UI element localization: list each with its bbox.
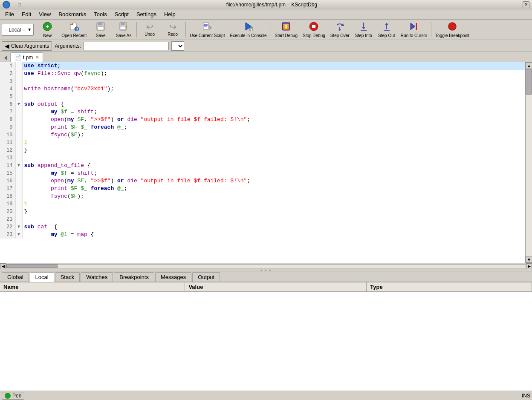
scroll-thumb[interactable] bbox=[526, 69, 532, 95]
file-tab-t-pm[interactable]: 📄 t.pm ✕ bbox=[10, 52, 43, 62]
redo-button[interactable]: ↪ Redo bbox=[162, 21, 184, 39]
title-bar: _ □ file:///home/gilles/tmp/t.pm – KScri… bbox=[0, 0, 532, 9]
line-code[interactable] bbox=[22, 154, 525, 162]
hscroll-track[interactable] bbox=[6, 264, 526, 268]
table-row: 10 fsync($F); bbox=[0, 131, 525, 139]
file-tab-close-button[interactable]: ✕ bbox=[35, 55, 39, 60]
window-minimize[interactable]: _ bbox=[13, 2, 15, 7]
menu-help[interactable]: Help bbox=[161, 10, 179, 18]
window-close-button[interactable]: ✕ bbox=[523, 1, 529, 8]
table-row: 9 print $F $_ foreach @_; bbox=[0, 124, 525, 131]
start-debug-button[interactable]: ⏬ Start Debug bbox=[273, 21, 300, 39]
tab-local[interactable]: Local bbox=[30, 272, 54, 282]
local-selector[interactable]: -- Local -- ▼ bbox=[2, 24, 34, 36]
new-button[interactable]: + New bbox=[36, 21, 58, 39]
tab-watches[interactable]: Watches bbox=[81, 272, 113, 282]
line-code[interactable]: use strict; bbox=[22, 62, 525, 70]
save-button[interactable]: Save bbox=[90, 21, 112, 39]
line-code[interactable] bbox=[22, 93, 525, 101]
scroll-right-button[interactable]: ▶ bbox=[526, 263, 532, 269]
stop-debug-button[interactable]: Stop Debug bbox=[301, 21, 327, 39]
menu-settings[interactable]: Settings bbox=[133, 10, 160, 18]
line-fold[interactable]: ▼ bbox=[15, 231, 22, 239]
line-code[interactable]: open(my $F, ">>$f") or die "output in fi… bbox=[22, 177, 525, 185]
language-label: Perl bbox=[12, 393, 21, 399]
start-debug-label: Start Debug bbox=[275, 33, 298, 38]
line-fold bbox=[15, 70, 22, 78]
line-fold[interactable]: ▼ bbox=[15, 162, 22, 170]
use-current-script-button[interactable]: Use Current Script bbox=[188, 21, 227, 39]
scroll-left-button[interactable]: ◀ bbox=[0, 263, 6, 269]
panel-col-value: Value bbox=[185, 282, 367, 292]
line-code[interactable]: sub output { bbox=[22, 101, 525, 108]
run-to-cursor-button[interactable]: Run to Cursor bbox=[399, 21, 429, 39]
tab-output[interactable]: Output bbox=[192, 272, 220, 282]
new-label: New bbox=[43, 33, 52, 38]
run-to-cursor-icon bbox=[409, 22, 419, 32]
svg-text:⏬: ⏬ bbox=[283, 23, 290, 30]
line-code[interactable] bbox=[22, 216, 525, 223]
line-fold[interactable]: ▼ bbox=[15, 223, 22, 231]
line-code[interactable]: fsync($F); bbox=[22, 131, 525, 139]
hscroll-thumb[interactable] bbox=[6, 265, 58, 268]
menu-tools[interactable]: Tools bbox=[90, 10, 110, 18]
table-row: 14 ▼ sub append_to_file { bbox=[0, 162, 525, 170]
table-row: 16 open(my $F, ">>$f") or die "output in… bbox=[0, 177, 525, 185]
line-code[interactable]: sub append_to_file { bbox=[22, 162, 525, 170]
line-code[interactable]: print $F $_ foreach @_; bbox=[22, 185, 525, 193]
tab-global[interactable]: Global bbox=[2, 272, 29, 282]
line-code[interactable]: 1 bbox=[22, 200, 525, 208]
line-fold bbox=[15, 200, 22, 208]
line-fold[interactable]: ▼ bbox=[15, 101, 22, 108]
step-over-label: Step Over bbox=[330, 33, 350, 38]
line-code[interactable]: my $f = shift; bbox=[22, 108, 525, 116]
status-bar: Perl INS bbox=[0, 391, 532, 400]
file-tab-back-icon[interactable] bbox=[2, 54, 9, 62]
line-code[interactable]: open(my $F, ">>$f") or die "output in fi… bbox=[22, 116, 525, 124]
undo-icon: ↩ bbox=[146, 23, 153, 31]
line-code[interactable]: fsync($F); bbox=[22, 193, 525, 200]
toolbar-sep-1 bbox=[136, 22, 137, 37]
line-code[interactable]: } bbox=[22, 147, 525, 154]
menu-view[interactable]: View bbox=[35, 10, 54, 18]
code-scroll[interactable]: 1 use strict; 2 use File::Sync qw(fsync)… bbox=[0, 62, 525, 263]
toggle-breakpoint-button[interactable]: Toggle Breakpoint bbox=[433, 21, 471, 39]
tab-stack[interactable]: Stack bbox=[55, 272, 80, 282]
line-code[interactable] bbox=[22, 78, 525, 85]
step-over-button[interactable]: Step Over bbox=[328, 21, 352, 39]
step-into-button[interactable]: Step Into bbox=[353, 21, 375, 39]
line-number: 2 bbox=[0, 70, 15, 78]
line-code[interactable]: write_hostname("bcv73xb1"); bbox=[22, 85, 525, 93]
open-recent-button[interactable]: ↺ Open Recent bbox=[59, 21, 89, 39]
scroll-down-button[interactable]: ▼ bbox=[526, 256, 532, 263]
window-maximize[interactable]: □ bbox=[18, 2, 21, 7]
undo-button[interactable]: ↩ Undo bbox=[139, 21, 161, 39]
arguments-input[interactable] bbox=[84, 42, 169, 50]
save-as-button[interactable]: Save As bbox=[113, 21, 135, 39]
clear-arguments-button[interactable]: ◀ Clear Arguments bbox=[2, 41, 52, 51]
menu-bookmarks[interactable]: Bookmarks bbox=[55, 10, 90, 18]
scroll-track[interactable] bbox=[526, 69, 532, 256]
table-row: 13 bbox=[0, 154, 525, 162]
line-code[interactable]: my @l = map { bbox=[22, 231, 525, 239]
stop-debug-label: Stop Debug bbox=[303, 33, 325, 38]
line-code[interactable]: use File::Sync qw(fsync); bbox=[22, 70, 525, 78]
line-fold bbox=[15, 154, 22, 162]
menu-edit[interactable]: Edit bbox=[18, 10, 35, 18]
arguments-dropdown[interactable] bbox=[171, 41, 184, 51]
tab-breakpoints[interactable]: Breakpoints bbox=[114, 272, 154, 282]
step-into-icon bbox=[359, 22, 368, 32]
step-out-button[interactable]: Step Out bbox=[376, 21, 398, 39]
line-code[interactable]: } bbox=[22, 208, 525, 216]
line-code[interactable]: my $f = shift; bbox=[22, 170, 525, 177]
menu-file[interactable]: File bbox=[2, 10, 17, 18]
execute-in-console-button[interactable]: ▼ Execute in Console bbox=[228, 21, 269, 39]
line-code[interactable]: 1 bbox=[22, 139, 525, 147]
tab-messages[interactable]: Messages bbox=[155, 272, 191, 282]
scroll-up-button[interactable]: ▲ bbox=[526, 62, 532, 69]
redo-label: Redo bbox=[168, 32, 178, 37]
menu-script[interactable]: Script bbox=[111, 10, 132, 18]
language-button[interactable]: Perl bbox=[2, 392, 24, 400]
line-code[interactable]: print $F $_ foreach @_; bbox=[22, 124, 525, 131]
line-code[interactable]: sub cat_ { bbox=[22, 223, 525, 231]
